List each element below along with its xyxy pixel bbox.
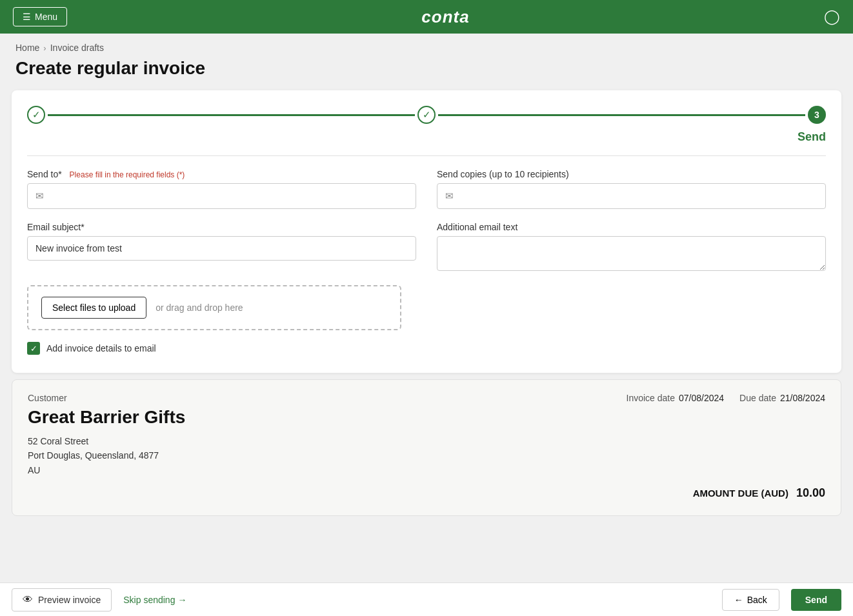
main-card: ✓ ✓ 3 Send Send to* Please fill in the r… <box>12 90 841 373</box>
address-line2: Port Douglas, Queensland, 4877 <box>28 448 825 462</box>
step2-check: ✓ <box>417 106 436 124</box>
form-grid: Send to* Please fill in the required fie… <box>27 169 826 273</box>
drag-drop-text: or drag and drop here <box>156 303 243 313</box>
due-date-item: Due date 21/08/2024 <box>739 393 825 403</box>
address-line1: 52 Coral Street <box>28 434 825 448</box>
upload-area: Select files to upload or drag and drop … <box>27 285 401 330</box>
step2-line <box>438 114 805 116</box>
step1-check: ✓ <box>27 106 45 124</box>
breadcrumb: Home › Invoice drafts <box>0 34 853 55</box>
user-icon[interactable]: ◯ <box>824 8 840 25</box>
send-to-error: Please fill in the required fields (*) <box>70 170 185 179</box>
breadcrumb-separator: › <box>43 43 46 53</box>
summary-amount-row: AMOUNT DUE (AUD) 10.00 <box>28 486 825 500</box>
due-date-value: 21/08/2024 <box>780 393 825 403</box>
summary-header: Customer Invoice date 07/08/2024 Due dat… <box>28 393 825 403</box>
email-subject-group: Email subject* <box>27 222 416 273</box>
send-to-input[interactable] <box>49 191 408 201</box>
customer-name: Great Barrier Gifts <box>28 407 825 428</box>
add-invoice-details-row[interactable]: ✓ Add invoice details to email <box>27 342 826 355</box>
email-subject-input-wrapper[interactable] <box>27 236 416 261</box>
amount-due-value: 10.00 <box>796 486 825 500</box>
menu-label: Menu <box>35 12 57 22</box>
customer-label: Customer <box>28 393 67 403</box>
invoice-date-item: Invoice date 07/08/2024 <box>627 393 725 403</box>
header: ☰ Menu conta ◯ <box>0 0 853 34</box>
send-button[interactable]: Send <box>791 589 841 611</box>
arrow-left-icon: ← <box>734 595 743 605</box>
stepper-send-label: Send <box>798 130 826 144</box>
back-button[interactable]: ← Back <box>722 589 779 611</box>
email-subject-input[interactable] <box>28 237 416 260</box>
divider <box>27 155 826 156</box>
eye-icon: 👁 <box>23 594 33 606</box>
invoice-date-label: Invoice date <box>627 393 676 403</box>
step3-number: 3 <box>808 106 826 124</box>
page-title: Create regular invoice <box>0 55 853 90</box>
preview-invoice-button[interactable]: 👁 Preview invoice <box>12 588 112 611</box>
amount-due-label: AMOUNT DUE (AUD) <box>693 488 788 499</box>
additional-email-label: Additional email text <box>437 222 826 232</box>
menu-button[interactable]: ☰ Menu <box>13 7 67 26</box>
back-label: Back <box>747 595 767 605</box>
stepper-labels: Send <box>27 130 826 144</box>
due-date-label: Due date <box>739 393 776 403</box>
arrow-right-icon: → <box>177 595 186 605</box>
additional-email-group: Additional email text <box>437 222 826 273</box>
stepper: ✓ ✓ 3 <box>27 106 826 124</box>
add-invoice-checkbox[interactable]: ✓ <box>27 342 40 355</box>
send-to-input-wrapper[interactable]: ✉ <box>27 183 416 209</box>
step1-line <box>48 114 415 116</box>
send-copies-group: Send copies (up to 10 recipients) ✉ <box>437 169 826 209</box>
send-copies-input-wrapper[interactable]: ✉ <box>437 183 826 209</box>
customer-address: 52 Coral Street Port Douglas, Queensland… <box>28 434 825 477</box>
send-to-group: Send to* Please fill in the required fie… <box>27 169 416 209</box>
email-subject-label: Email subject* <box>27 222 416 232</box>
additional-email-textarea[interactable] <box>437 236 826 271</box>
select-files-button[interactable]: Select files to upload <box>41 297 146 319</box>
skip-sending-label: Skip sending <box>123 595 175 605</box>
send-copies-label: Send copies (up to 10 recipients) <box>437 169 826 179</box>
breadcrumb-home[interactable]: Home <box>15 43 39 53</box>
send-copies-input[interactable] <box>459 191 818 201</box>
breadcrumb-current: Invoice drafts <box>50 43 104 53</box>
footer: 👁 Preview invoice Skip sending → ← Back … <box>0 582 853 616</box>
email-icon-send-to: ✉ <box>35 190 44 202</box>
skip-sending-button[interactable]: Skip sending → <box>123 595 186 605</box>
summary-card: Customer Invoice date 07/08/2024 Due dat… <box>12 379 841 516</box>
hamburger-icon: ☰ <box>23 12 31 22</box>
summary-dates: Invoice date 07/08/2024 Due date 21/08/2… <box>627 393 825 403</box>
send-to-label: Send to* Please fill in the required fie… <box>27 169 416 179</box>
email-icon-copies: ✉ <box>445 190 454 202</box>
preview-invoice-label: Preview invoice <box>38 595 101 605</box>
add-invoice-label: Add invoice details to email <box>46 343 156 353</box>
address-line3: AU <box>28 463 825 477</box>
invoice-date-value: 07/08/2024 <box>679 393 724 403</box>
logo: conta <box>421 7 469 27</box>
